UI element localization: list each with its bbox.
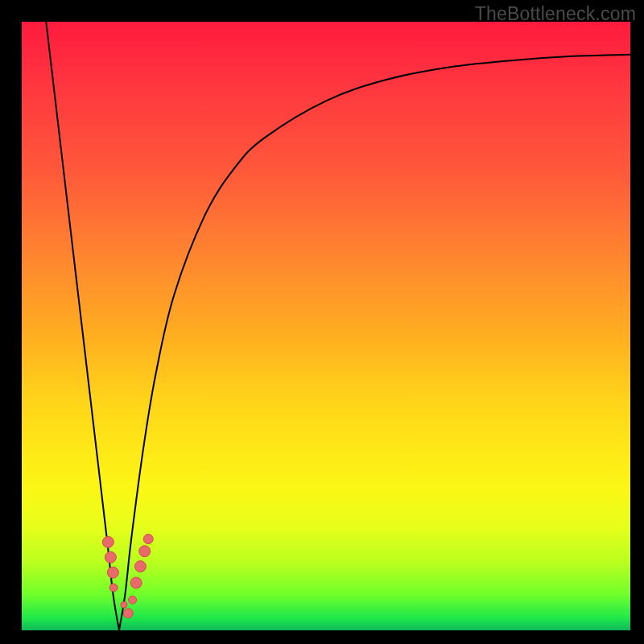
data-marker xyxy=(143,535,153,544)
data-marker xyxy=(139,546,151,557)
data-marker xyxy=(129,596,137,604)
data-marker xyxy=(134,561,146,572)
data-marker xyxy=(121,601,127,608)
chart-svg xyxy=(22,22,630,630)
data-marker xyxy=(109,584,118,592)
chart-plot-area xyxy=(22,22,630,630)
data-marker xyxy=(107,567,118,578)
watermark-text: TheBottleneck.com xyxy=(475,3,636,25)
curve-layer xyxy=(46,22,630,630)
curve-right-branch xyxy=(119,55,630,630)
data-marker xyxy=(130,577,142,588)
chart-frame: TheBottleneck.com xyxy=(0,0,644,644)
data-marker xyxy=(105,551,116,563)
data-marker xyxy=(123,609,133,618)
data-marker xyxy=(102,536,114,547)
